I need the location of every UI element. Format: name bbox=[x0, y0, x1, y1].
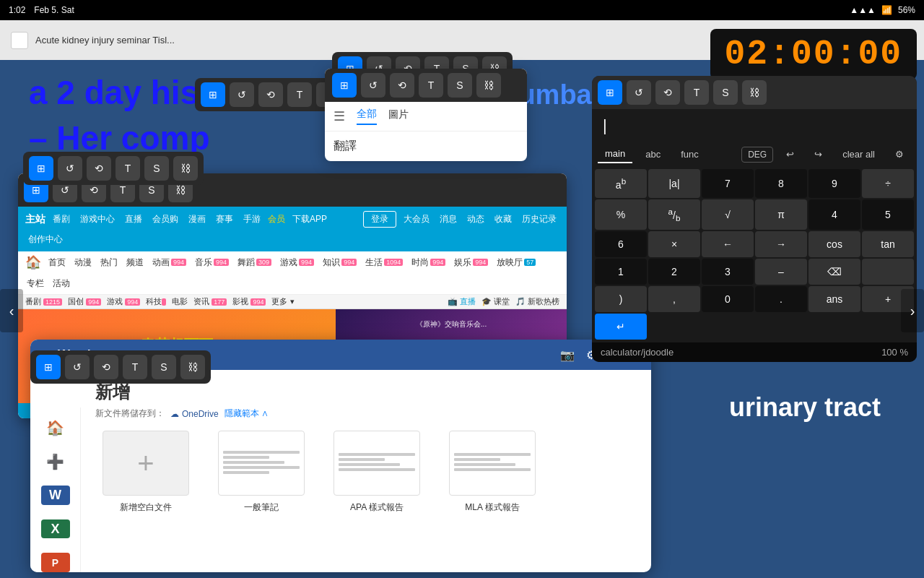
toolbar3-btn3[interactable]: ⟲ bbox=[87, 156, 111, 181]
calc-btn-cos[interactable]: cos bbox=[808, 231, 860, 257]
word-template-mla[interactable]: MLA 樣式報告 bbox=[442, 431, 543, 514]
bili-cat-hot[interactable]: 热门 bbox=[99, 255, 119, 270]
bili-subcat-film[interactable]: 电影 bbox=[172, 296, 188, 307]
toolbar4-btn1[interactable]: ⊞ bbox=[36, 355, 61, 379]
bili-nav-mobile[interactable]: 手游 bbox=[240, 212, 263, 227]
calc-btn-5[interactable]: 5 bbox=[862, 199, 914, 230]
bili-cat-life[interactable]: 生活 1094 bbox=[364, 255, 404, 270]
calc-btn-right-arrow[interactable]: → bbox=[755, 231, 807, 257]
toolbar2-btn2[interactable]: ↺ bbox=[230, 82, 254, 107]
bili-nav-collect[interactable]: 收藏 bbox=[492, 212, 515, 227]
calc-btn-2[interactable]: 2 bbox=[648, 259, 700, 285]
bili-nav-download[interactable]: 下载APP bbox=[289, 212, 330, 227]
calc-undo-btn[interactable]: ↩ bbox=[779, 146, 801, 163]
trans-btn3[interactable]: ⟲ bbox=[390, 73, 414, 98]
bili-subcat-course[interactable]: 🎓 课堂 bbox=[481, 296, 510, 307]
bili-subcat-tech[interactable]: 科技 bbox=[146, 296, 166, 307]
trans-tab-all[interactable]: 全部 bbox=[357, 108, 377, 125]
bili-nav-game[interactable]: 游戏中心 bbox=[77, 212, 118, 227]
calc-mode-main[interactable]: main bbox=[598, 145, 632, 163]
calc-btn-6[interactable]: 6 bbox=[595, 231, 647, 257]
bili-cat-cinema[interactable]: 放映厅 57 bbox=[495, 255, 537, 270]
calc-input-field[interactable] bbox=[603, 116, 906, 135]
calc-btn-mul[interactable]: × bbox=[648, 231, 700, 257]
calc-btn-4[interactable]: 4 bbox=[808, 199, 860, 230]
calc-toolbar-btn-t[interactable]: T bbox=[684, 80, 709, 105]
bili-nav-notif[interactable]: 消息 bbox=[437, 212, 460, 227]
toolbar4-btn-link[interactable]: ⛓ bbox=[180, 355, 205, 379]
calc-btn-9[interactable]: 9 bbox=[808, 169, 860, 198]
calc-btn-8[interactable]: 8 bbox=[755, 169, 807, 198]
trans-btn1[interactable]: ⊞ bbox=[332, 73, 357, 98]
calc-btn-dot[interactable]: . bbox=[755, 286, 807, 312]
calc-btn-tan[interactable]: tan bbox=[862, 231, 914, 257]
bili-cat-activity[interactable]: 活动 bbox=[51, 276, 71, 291]
toolbar4-btn-t[interactable]: T bbox=[123, 355, 147, 379]
calc-btn-percent[interactable]: % bbox=[595, 199, 647, 230]
bili-nav-sports[interactable]: 赛事 bbox=[213, 212, 236, 227]
bili-subcat-game3[interactable]: 游戏 994 bbox=[107, 296, 140, 307]
slide-prev-button[interactable]: ‹ bbox=[0, 289, 23, 332]
bili-nav-vip[interactable]: 会员 bbox=[268, 213, 285, 225]
bili-cat-animation[interactable]: 动画 994 bbox=[151, 255, 188, 270]
calc-deg-btn[interactable]: DEG bbox=[741, 147, 773, 163]
bili-subcat-drama[interactable]: 番剧 1215 bbox=[25, 296, 62, 307]
calc-btn-div[interactable]: ÷ bbox=[862, 169, 914, 198]
bili-cat-column[interactable]: 专栏 bbox=[25, 276, 45, 291]
word-template-new[interactable]: + 新增空白文件 bbox=[95, 431, 196, 514]
slide-next-button[interactable]: › bbox=[901, 289, 924, 332]
word-home-btn[interactable]: 🏠 bbox=[41, 418, 70, 438]
trans-btn2[interactable]: ↺ bbox=[361, 73, 385, 98]
trans-tab-image[interactable]: 圖片 bbox=[388, 108, 409, 124]
toolbar3-btn1[interactable]: ⊞ bbox=[29, 156, 53, 181]
calc-btn-enter[interactable]: ↵ bbox=[595, 314, 647, 340]
bili-cat-game2[interactable]: 游戏 994 bbox=[279, 255, 315, 270]
calc-toolbar-btn-link[interactable]: ⛓ bbox=[742, 80, 767, 105]
calc-btn-comma[interactable]: , bbox=[648, 286, 700, 312]
calc-btn-ans[interactable]: ans bbox=[808, 286, 860, 312]
calc-btn-minus[interactable]: – bbox=[755, 259, 807, 285]
calc-settings-btn[interactable]: ⚙ bbox=[888, 146, 911, 163]
bili-cat-anime[interactable]: 动漫 bbox=[73, 255, 93, 270]
word-hide-demo[interactable]: 隱藏範本 ∧ bbox=[225, 407, 269, 420]
calc-btn-rparen[interactable]: ) bbox=[595, 286, 647, 312]
calc-btn-power[interactable]: ab bbox=[595, 169, 647, 198]
bili-subcat-original[interactable]: 国创 994 bbox=[68, 296, 101, 307]
calc-btn-abs[interactable]: |a| bbox=[648, 169, 700, 198]
calc-toolbar-btn2[interactable]: ↺ bbox=[627, 80, 651, 105]
calc-btn-7[interactable]: 7 bbox=[702, 169, 754, 198]
calc-toolbar-btn3[interactable]: ⟲ bbox=[655, 80, 680, 105]
calc-btn-sqrt[interactable]: √ bbox=[702, 199, 754, 230]
bili-nav-dynamic[interactable]: 动态 bbox=[464, 212, 487, 227]
toolbar2-btn3[interactable]: ⟲ bbox=[258, 82, 283, 107]
calc-toolbar-btn1[interactable]: ⊞ bbox=[598, 80, 622, 105]
calc-btn-left-arrow[interactable]: ← bbox=[702, 231, 754, 257]
bili-cat-entertainment[interactable]: 娱乐 994 bbox=[453, 255, 489, 270]
word-new-btn[interactable]: ➕ bbox=[41, 452, 70, 472]
bili-subcat-more[interactable]: 更多 ▾ bbox=[271, 296, 294, 307]
bili-nav-shop[interactable]: 会员购 bbox=[149, 212, 181, 227]
toolbar3-btn-link[interactable]: ⛓ bbox=[173, 156, 198, 181]
bili-nav-history[interactable]: 历史记录 bbox=[519, 212, 559, 227]
calc-toolbar-btn-s[interactable]: S bbox=[713, 80, 738, 105]
calc-btn-3[interactable]: 3 bbox=[702, 259, 754, 285]
bili-nav-live[interactable]: 直播 bbox=[122, 212, 145, 227]
word-ppt-btn[interactable]: P bbox=[41, 553, 70, 572]
bili-cat-knowledge[interactable]: 知识 994 bbox=[321, 255, 358, 270]
bili-cat-home[interactable]: 首页 bbox=[47, 255, 67, 270]
bili-nav-drama[interactable]: 番剧 bbox=[50, 212, 73, 227]
toolbar3-btn2[interactable]: ↺ bbox=[58, 156, 82, 181]
bili-cat-music[interactable]: 音乐 994 bbox=[193, 255, 230, 270]
calc-btn-1[interactable]: 1 bbox=[595, 259, 647, 285]
calc-redo-btn[interactable]: ↪ bbox=[807, 146, 829, 163]
trans-btn-t[interactable]: T bbox=[419, 73, 443, 98]
bili-cat-dance[interactable]: 舞蹈 309 bbox=[236, 255, 273, 270]
calc-btn-fraction[interactable]: a/b bbox=[648, 199, 700, 230]
bili-subcat-live[interactable]: 📺 直播 bbox=[448, 296, 476, 307]
toolbar4-btn3[interactable]: ⟲ bbox=[94, 355, 118, 379]
toolbar4-btn2[interactable]: ↺ bbox=[65, 355, 90, 379]
calc-input-area[interactable] bbox=[592, 109, 917, 142]
calc-btn-backspace[interactable]: ⌫ bbox=[808, 259, 860, 285]
bili-login-button[interactable]: 登录 bbox=[363, 211, 396, 228]
word-word-btn[interactable]: W bbox=[41, 486, 70, 505]
